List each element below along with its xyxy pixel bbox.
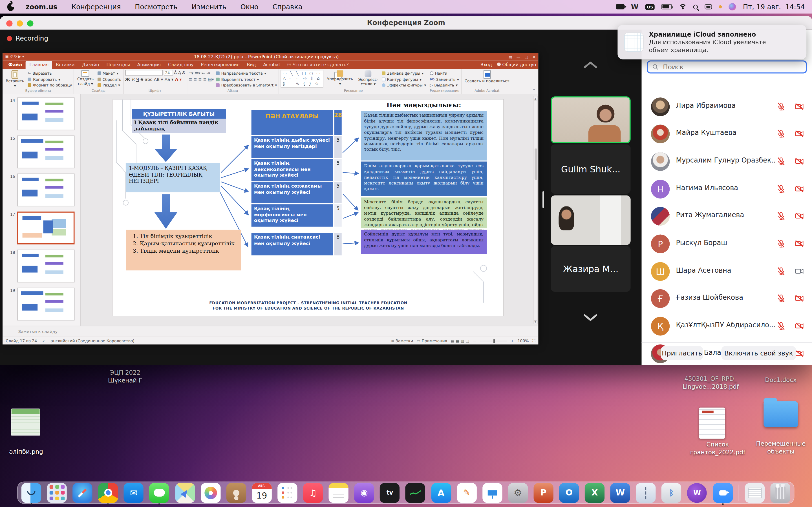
notes-toggle[interactable]: ≡ Заметки [391, 339, 413, 343]
slide-scrollbar[interactable]: ▲▼ [533, 96, 538, 324]
photos-icon[interactable] [201, 483, 220, 503]
align-buttons[interactable]: ≣ ≣ ≣ ≣ ▤▾ [189, 77, 214, 82]
font-color-button[interactable]: А ▾ [175, 77, 182, 82]
slide-thumbnail-17-selected[interactable] [17, 212, 75, 244]
alipbi-png-icon[interactable] [11, 408, 40, 436]
tab-acrobat[interactable]: Acrobat [259, 61, 284, 69]
menu-edit[interactable]: Изменить [192, 3, 226, 11]
slide-thumbnail-16[interactable] [17, 173, 75, 207]
unmute-button[interactable]: Включить свой звук [721, 346, 796, 360]
icloud-notification[interactable]: Хранилище iCloud заполнено Для использов… [617, 25, 806, 59]
reminders-icon[interactable] [277, 483, 297, 503]
participant-row[interactable]: Лира Ибраимова [642, 93, 812, 120]
font-size-box[interactable]: 24 [163, 70, 173, 75]
notes-pane[interactable]: Заметки к слайду [3, 326, 538, 337]
control-center-icon[interactable] [705, 4, 712, 10]
participant-row[interactable]: Н Нагима Ильясова [642, 175, 812, 203]
mail-icon[interactable]: ✉ [124, 483, 144, 503]
search-input[interactable] [662, 62, 802, 71]
slide-thumbnail-18[interactable] [17, 249, 75, 283]
fit-slide-icon[interactable]: ⛶ [532, 338, 535, 344]
archive-utility-icon[interactable] [636, 483, 656, 503]
underline-button[interactable]: Ч [136, 77, 139, 82]
siri-icon[interactable] [729, 3, 736, 10]
ribbon-options-icon[interactable]: ▤ [509, 54, 512, 59]
clear-formatting-button[interactable]: А̸ [182, 70, 185, 75]
camera-status-icon[interactable] [616, 4, 624, 10]
tab-file[interactable]: Файл [5, 61, 26, 69]
format-painter-button[interactable]: Формат по образцу [28, 83, 72, 88]
word-icon[interactable]: W [610, 483, 630, 503]
quick-access-toolbar[interactable]: ▣ ↺ ↻ ▶ ▾ [5, 55, 24, 59]
slide-thumbnail-14[interactable] [17, 98, 75, 130]
comments-toggle[interactable]: ▭ Примечания [417, 339, 447, 343]
new-slide-button[interactable]: Создатьслайд ▾ [75, 70, 95, 87]
scroll-videos-up-icon[interactable] [583, 61, 598, 69]
tab-transitions[interactable]: Переходы [103, 61, 134, 69]
tab-view[interactable]: Вид [243, 61, 260, 69]
moved-items-folder-icon[interactable] [763, 401, 798, 428]
battery-icon[interactable] [662, 4, 672, 10]
desktop-file-rpd-pdf[interactable]: 450301_OF_RPD_Lingvoe...2018.pdf [678, 375, 743, 391]
language-status[interactable]: английский (Соединенное Королевство) [51, 339, 135, 343]
apple-menu-icon[interactable] [7, 3, 14, 11]
desktop-file-alipbi[interactable]: әліпби.png [3, 448, 50, 456]
cut-button[interactable]: ✂Вырезать [28, 71, 72, 76]
create-pdf-button[interactable]: Создать и поделиться [463, 70, 511, 84]
strikethrough-button[interactable]: S [141, 77, 143, 82]
trash-icon[interactable] [770, 483, 790, 503]
paste-button[interactable]: Вставить▾ [4, 70, 26, 89]
podcasts-icon[interactable]: ◉ [354, 483, 374, 503]
minimize-window-button[interactable] [17, 20, 23, 26]
desktop-file-ecp[interactable]: ЭЦП 2022Шүкенай Г [102, 369, 149, 385]
system-settings-icon[interactable]: ⚙ [508, 483, 527, 503]
video-strip-scrollbar[interactable] [543, 191, 544, 208]
zoom-out-button[interactable]: − [473, 339, 476, 343]
participant-row[interactable]: Ғ Ғазиза Шойбекова [642, 285, 812, 312]
powerpoint-icon[interactable]: P [534, 483, 553, 503]
desktop-folder-moved[interactable]: Перемещенныеобъекты [755, 440, 807, 455]
tab-animations[interactable]: Анимация [134, 61, 164, 69]
bold-button[interactable]: Ж [125, 77, 130, 82]
bluetooth-icon[interactable]: ᛒ [661, 483, 681, 503]
text-direction-button[interactable]: Направление текста ▾ [216, 71, 277, 76]
layout-button[interactable]: Макет ▾ [97, 71, 121, 76]
menu-conference[interactable]: Конференция [71, 3, 121, 11]
stocks-icon[interactable] [405, 483, 425, 503]
tab-review[interactable]: Рецензирование [197, 61, 243, 69]
zoom-slider[interactable] [480, 341, 507, 341]
align-text-button[interactable]: Выровнять текст ▾ [216, 77, 277, 82]
ppt-restore-icon[interactable]: ▢ [524, 54, 528, 59]
menu-view[interactable]: Посмотреть [135, 3, 177, 11]
share-button[interactable]: Общий доступ [497, 62, 536, 67]
char-spacing-button[interactable]: АВ ▾ [154, 77, 163, 82]
chrome-icon[interactable] [98, 483, 118, 503]
select-button[interactable]: ▷Выделить ▾ [430, 83, 459, 88]
participant-row[interactable]: Р Рыскүл Бораш [642, 230, 812, 258]
tab-insert[interactable]: Вставка [52, 61, 79, 69]
participant-row[interactable]: Майра Куштаева [642, 120, 812, 147]
copy-button[interactable]: Копировать ▾ [28, 77, 72, 82]
participant-row[interactable]: Қ ҚазҰлтҚызПУ Абдирасило... [642, 313, 812, 340]
video-tile-name[interactable]: Gulim Shuk... [551, 144, 631, 194]
shape-effects-button[interactable]: Эффекты фигуры ▾ [382, 83, 426, 88]
desktop-file-doc1[interactable]: Doc1.docx [759, 376, 803, 384]
participants-search[interactable] [647, 61, 807, 73]
pages-icon[interactable]: ✎ [457, 483, 476, 503]
ppt-close-icon[interactable]: ✕ [532, 54, 536, 59]
participant-row[interactable]: Мурсалим Гулнур Оразбек... [642, 148, 812, 175]
slide-canvas[interactable]: ҚҰЗЫРЕТТІЛІК БАҒЫТЫ І Қазақ тілі бойынша… [113, 100, 503, 316]
reset-button[interactable]: Сбросить [97, 77, 121, 82]
replace-button[interactable]: abЗаменить ▾ [430, 77, 459, 82]
menu-bar-clock[interactable]: Пт, 19 авг. 14:54 [743, 3, 805, 11]
tab-design[interactable]: Дизайн [79, 61, 103, 69]
collapse-ribbon-icon[interactable]: ⌃ [529, 88, 538, 94]
zoom-in-button[interactable]: + [511, 339, 514, 343]
font-name-box[interactable] [125, 70, 162, 75]
spellcheck-icon[interactable]: ✓ [42, 339, 45, 343]
sign-in-button[interactable]: Вход [480, 62, 492, 67]
music-icon[interactable]: ♫ [303, 483, 323, 503]
desktop-file-grants[interactable]: Списокгрантов_2022.pdf [690, 441, 746, 456]
arrange-button[interactable]: Упорядочить▾ [325, 70, 354, 87]
tell-me-search[interactable]: ☉Что вы хотите сделать? [287, 62, 349, 69]
